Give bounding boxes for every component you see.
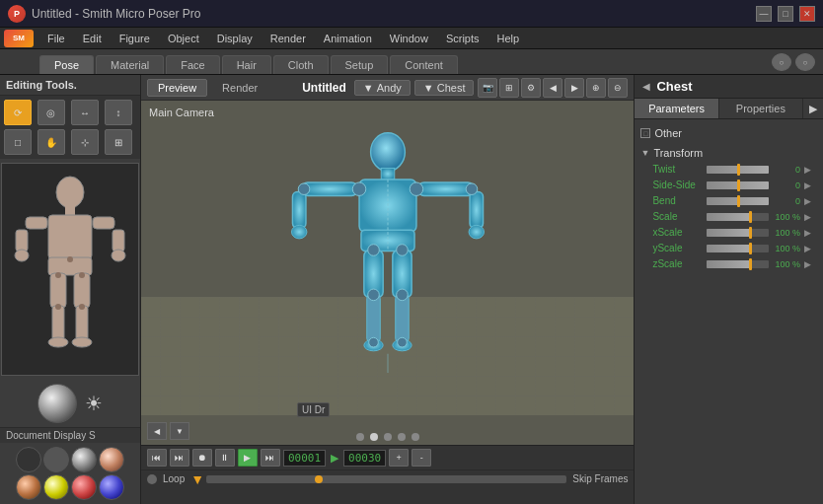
zoom-in-icon[interactable]: ⊕: [586, 78, 606, 98]
sphere-0[interactable]: [16, 447, 41, 472]
other-section-header[interactable]: □ Other: [640, 125, 817, 141]
tool-morph[interactable]: ◎: [37, 100, 65, 125]
xscale-slider[interactable]: [707, 229, 769, 237]
menu-help[interactable]: Help: [489, 31, 528, 46]
side-side-label: Side-Side: [652, 180, 707, 190]
yscale-slider[interactable]: [707, 245, 769, 252]
bend-slider[interactable]: [707, 197, 769, 205]
figure-dropdown[interactable]: ▼ Andy: [354, 80, 411, 96]
minimize-button[interactable]: —: [756, 6, 772, 22]
nav-dot-4[interactable]: [398, 433, 406, 441]
tab-hair[interactable]: Hair: [222, 55, 271, 74]
tab-setup[interactable]: Setup: [331, 55, 389, 74]
tl-add-frame[interactable]: +: [389, 449, 409, 467]
bend-slider-container: 0: [707, 196, 800, 206]
svg-point-8: [112, 250, 125, 261]
sphere-2[interactable]: [71, 447, 97, 472]
svg-rect-4: [93, 217, 114, 229]
maximize-button[interactable]: □: [778, 6, 793, 22]
tab-material[interactable]: Material: [96, 55, 164, 74]
camera-icon[interactable]: 📷: [478, 78, 497, 98]
viewport[interactable]: Main Camera: [141, 101, 634, 445]
tl-skip-back[interactable]: ⏮: [147, 449, 167, 467]
tool-select-box[interactable]: □: [4, 129, 32, 155]
total-frames-display[interactable]: 00030: [343, 450, 386, 467]
timeline-slider[interactable]: [206, 475, 566, 483]
right-panel-expand[interactable]: ▶: [803, 99, 823, 118]
playhead-icon: ▼: [190, 474, 200, 484]
toolbar-tabs: Pose Material Face Hair Cloth Setup Cont…: [0, 49, 823, 75]
sphere-5[interactable]: [43, 474, 69, 500]
tool-translate-y[interactable]: ↕: [105, 100, 132, 125]
material-sphere[interactable]: [37, 384, 77, 423]
collapse-icon[interactable]: ◀: [642, 81, 650, 92]
menu-render[interactable]: Render: [262, 31, 314, 46]
menu-figure[interactable]: Figure: [112, 31, 158, 46]
grid-icon[interactable]: ⊞: [499, 78, 519, 98]
menu-display[interactable]: Display: [209, 31, 261, 46]
xscale-expand[interactable]: ▶: [804, 228, 811, 238]
figure-selector: ▼ Andy ▼ Chest: [354, 80, 475, 96]
sphere-7[interactable]: [99, 474, 124, 500]
side-side-expand[interactable]: ▶: [804, 180, 811, 190]
tool-translate-x[interactable]: ↔: [71, 100, 99, 125]
sphere-6[interactable]: [71, 474, 97, 500]
tl-record[interactable]: ⏺: [192, 449, 212, 467]
twist-expand[interactable]: ▶: [804, 165, 811, 175]
sphere-3[interactable]: [99, 447, 124, 472]
tab-render[interactable]: Render: [211, 79, 268, 97]
sphere-4[interactable]: [16, 474, 41, 500]
sphere-1[interactable]: [43, 447, 69, 472]
svg-rect-12: [52, 306, 64, 340]
svg-point-38: [396, 289, 408, 301]
svg-point-42: [410, 182, 423, 196]
menu-object[interactable]: Object: [160, 31, 207, 46]
window-controls: — □ ✕: [756, 6, 815, 22]
tl-prev-frame[interactable]: ⏭: [170, 449, 189, 467]
tool-scale[interactable]: ⊹: [71, 129, 99, 155]
tool-group[interactable]: ⊞: [105, 129, 132, 155]
current-frame-display[interactable]: 00001: [283, 450, 326, 467]
menu-scripts[interactable]: Scripts: [438, 31, 487, 46]
nav-dot-3[interactable]: [384, 433, 392, 441]
settings-icon[interactable]: ⚙: [521, 78, 541, 98]
tab-preview[interactable]: Preview: [147, 79, 207, 97]
nav-dot-1[interactable]: [356, 433, 364, 441]
tl-remove-frame[interactable]: -: [412, 449, 431, 467]
tab-pose[interactable]: Pose: [39, 55, 94, 74]
tl-skip-fwd[interactable]: ⏭: [261, 449, 280, 467]
tool-rotate[interactable]: ⟳: [4, 100, 32, 125]
transform-section-header[interactable]: ▼ Transform: [640, 145, 817, 161]
tl-play[interactable]: ▶: [238, 449, 258, 467]
tab-content[interactable]: Content: [390, 55, 458, 74]
side-side-slider[interactable]: [707, 181, 769, 189]
prev-frame-icon[interactable]: ◀: [543, 78, 562, 98]
tab-parameters[interactable]: Parameters: [635, 99, 718, 118]
close-button[interactable]: ✕: [799, 6, 815, 22]
body-part-dropdown[interactable]: ▼ Chest: [414, 80, 475, 96]
tl-stop[interactable]: ⏸: [215, 449, 235, 467]
scale-expand[interactable]: ▶: [804, 212, 811, 222]
ui-dropdown-label[interactable]: UI Dr: [297, 402, 330, 417]
nav-dot-5[interactable]: [412, 433, 419, 441]
menu-window[interactable]: Window: [382, 31, 436, 46]
twist-slider[interactable]: [707, 166, 769, 174]
zscale-slider[interactable]: [707, 260, 769, 268]
menu-file[interactable]: File: [39, 31, 73, 46]
menu-animation[interactable]: Animation: [316, 31, 380, 46]
bend-expand[interactable]: ▶: [804, 196, 811, 206]
scale-slider[interactable]: [707, 213, 769, 221]
twist-value: 0: [773, 165, 800, 175]
zoom-out-icon[interactable]: ⊖: [608, 78, 628, 98]
yscale-expand[interactable]: ▶: [804, 244, 811, 253]
zscale-expand[interactable]: ▶: [804, 259, 811, 269]
tab-face[interactable]: Face: [166, 55, 219, 74]
menu-edit[interactable]: Edit: [75, 31, 110, 46]
other-check[interactable]: □: [640, 128, 650, 138]
next-frame-icon[interactable]: ▶: [564, 78, 584, 98]
nav-dot-2[interactable]: [370, 433, 378, 441]
svg-point-37: [367, 289, 379, 301]
tab-cloth[interactable]: Cloth: [273, 55, 329, 74]
tab-properties[interactable]: Properties: [719, 99, 803, 118]
tool-hand[interactable]: ✋: [37, 129, 65, 155]
